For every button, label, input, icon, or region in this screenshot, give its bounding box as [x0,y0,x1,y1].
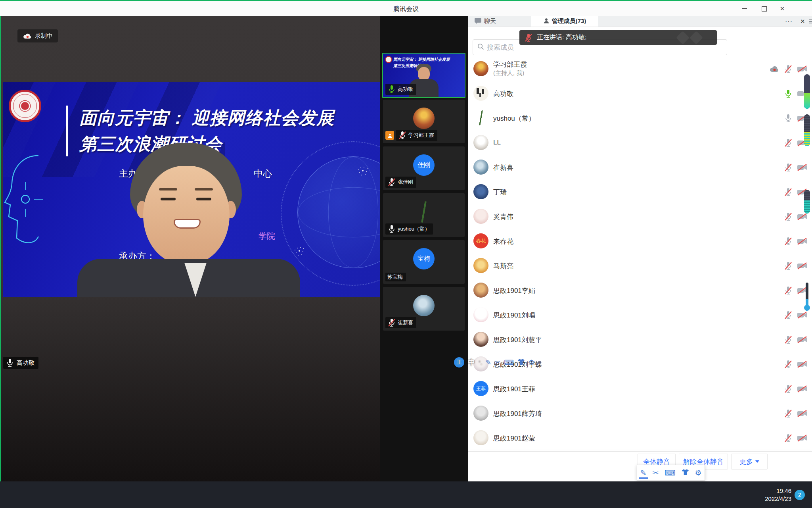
avatar [473,332,488,347]
video-thumbnail[interactable]: yushou（常） [383,193,465,237]
member-row[interactable]: yushou（常） [468,106,812,131]
member-row[interactable]: 春花 来春花 [468,229,812,254]
mic-muted-icon[interactable] [784,212,793,221]
camera-off-icon[interactable] [797,65,807,73]
member-row[interactable]: 丁瑞 [468,180,812,204]
society-logo [385,56,392,63]
member-row[interactable]: 思政1901刘唱 [468,303,812,327]
ime-logo-icon[interactable]: 王 [454,357,464,368]
mic-muted-icon[interactable] [784,384,793,394]
member-name: yushou（常） [493,114,535,123]
member-row[interactable]: 奚青伟 [468,204,812,229]
avatar: 宝梅 [413,248,435,269]
spark-decoration [299,250,300,252]
ime-status-bar[interactable]: 王 中 °, ✎ ✂ ⌨ ⚙ [454,356,534,368]
avatar [473,184,488,199]
panel-hamburger-icon[interactable] [809,19,812,24]
mic-muted-icon[interactable] [784,360,793,369]
video-thumbnail[interactable]: 学习部王霞 [383,100,465,143]
member-row[interactable]: 王菲 思政1901王菲 [468,377,812,401]
member-row[interactable]: 思政1901赵莹 [468,426,812,450]
keyboard-icon[interactable]: ⌨ [504,359,514,366]
skin-shirt-icon[interactable] [517,358,525,366]
close-button[interactable]: ✕ [776,4,788,14]
mic-muted-icon[interactable] [784,163,793,172]
window-titlebar: 腾讯会议 ✕ [0,1,812,16]
member-row[interactable]: 马斯亮 [468,254,812,278]
screen-share-border-left [0,16,1,481]
avatar [473,110,488,125]
scissors-icon[interactable]: ✂ [495,359,500,366]
keyboard-icon[interactable]: ⌨ [665,469,675,477]
gear-icon[interactable]: ⚙ [695,469,701,477]
avatar [473,209,488,224]
member-name: 来春花 [493,237,513,246]
camera-off-icon[interactable] [797,336,807,344]
more-button[interactable]: 更多 [731,454,768,470]
member-row[interactable]: LL [468,131,812,155]
maximize-button[interactable] [758,4,770,14]
mic-on-icon[interactable] [784,89,793,98]
panel-close-icon[interactable]: ✕ [800,16,805,27]
member-row[interactable]: 崔新喜 [468,155,812,180]
camera-off-icon[interactable] [797,385,807,393]
person-icon [543,17,550,25]
pen-icon[interactable]: ✎ [486,359,491,366]
member-name: 思政1901赵莹 [493,434,535,443]
avatar [473,307,488,322]
mic-muted-icon[interactable] [784,286,793,295]
thumbnail-name: 学习部王霞 [408,132,434,139]
gear-icon[interactable]: ⚙ [529,359,534,366]
ime-mode-indicator[interactable]: 中 [468,358,475,367]
panel-tab-bar: 聊天 管理成员(73) ··· ✕ [468,16,812,27]
minimize-button[interactable] [738,4,750,14]
volume-meter[interactable] [804,190,810,214]
mic-icon[interactable] [784,114,793,123]
mic-muted-icon[interactable] [784,409,793,418]
panel-more-menu[interactable]: ··· [785,16,793,27]
slide-title-rule [66,106,68,156]
member-row[interactable]: 思政1901李娟 [468,278,812,303]
camera-off-icon[interactable] [797,360,807,368]
video-thumbnail[interactable]: 宝梅苏宝梅 [383,240,465,284]
ime-toolbox[interactable]: ✎ ✂ ⌨ ⚙ [637,465,705,481]
taskbar-clock[interactable]: 19:46 2022/4/23 [749,487,791,503]
mic-muted-icon[interactable] [784,237,793,246]
notification-badge[interactable]: 2 [795,490,805,500]
mic-muted-icon[interactable] [784,335,793,344]
pen-icon[interactable]: ✎ [640,469,646,477]
skin-shirt-icon[interactable] [682,469,689,477]
camera-off-icon[interactable] [797,434,807,442]
volume-meter[interactable] [804,74,810,109]
toast-decoration [689,31,703,44]
mic-muted-icon[interactable] [784,187,793,197]
member-row[interactable]: 学习部王霞 (主持人, 我) [468,57,812,81]
panel-footer-divider [468,451,812,452]
mic-muted-icon[interactable] [784,433,793,443]
camera-off-icon[interactable] [797,410,807,418]
avatar [473,283,488,298]
volume-meter[interactable] [804,114,810,146]
mic-muted-icon[interactable] [784,64,793,74]
video-thumbnail[interactable]: 崔新喜 [383,287,465,331]
video-thumbnail[interactable]: 佳刚张佳刚 [383,146,465,190]
member-row[interactable]: 高功敬 [468,81,812,106]
clock-time: 19:46 [749,487,791,495]
camera-off-icon[interactable] [797,237,807,245]
member-list: 学习部王霞 (主持人, 我) 高功敬 yushou（常） LL 崔新喜 丁瑞 奚… [468,57,812,451]
camera-off-icon[interactable] [797,262,807,270]
mic-muted-icon[interactable] [784,310,793,320]
scissors-icon[interactable]: ✂ [652,469,659,477]
member-row[interactable]: 思政1901薛芳琦 [468,401,812,426]
mic-muted-icon[interactable] [784,138,793,148]
mic-muted-icon[interactable] [784,261,793,271]
video-thumbnail[interactable]: 面向元宇宙： 迎接网络社会发展 第三次浪潮研讨会 高功敬 [382,53,465,98]
ime-punct-indicator[interactable]: °, [479,360,482,366]
camera-off-icon[interactable] [797,213,807,221]
member-row[interactable]: 思政1901刘慧平 [468,327,812,352]
head-profile-graphic [3,152,60,263]
tab-manage-members[interactable]: 管理成员(73) [531,16,598,27]
camera-off-icon[interactable] [797,164,807,171]
volume-slider[interactable] [804,283,810,313]
tab-chat[interactable]: 聊天 [469,16,502,27]
